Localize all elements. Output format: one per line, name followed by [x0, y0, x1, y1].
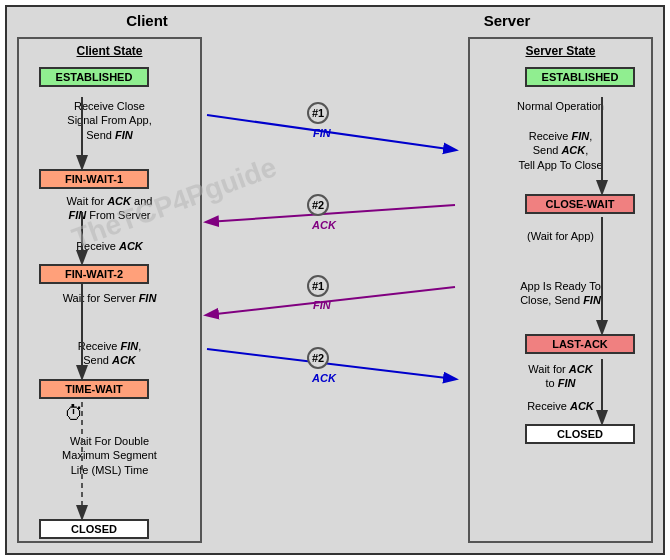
- state-established-server: ESTABLISHED: [525, 67, 635, 87]
- label-fin-1: FIN: [313, 127, 331, 139]
- desc-receive-close: Receive CloseSignal From App,Send FIN: [19, 99, 200, 142]
- state-closed-client: CLOSED: [39, 519, 149, 539]
- desc-receive-ack-client: Receive ACK: [19, 239, 200, 253]
- svg-line-8: [207, 115, 455, 150]
- diagram-container: Client Server Client State ESTABLISHED F…: [5, 5, 665, 555]
- state-time-wait: TIME-WAIT: [39, 379, 149, 399]
- client-panel: Client State ESTABLISHED FIN-WAIT-1 FIN-…: [17, 37, 202, 543]
- state-closed-server: CLOSED: [525, 424, 635, 444]
- state-close-wait: CLOSE-WAIT: [525, 194, 635, 214]
- server-panel: Server State ESTABLISHED CLOSE-WAIT LAST…: [468, 37, 653, 543]
- num-circle-1-fin: #1: [307, 102, 329, 124]
- client-header: Client: [87, 12, 207, 29]
- desc-wait-for-app: (Wait for App): [470, 229, 651, 243]
- state-established-client: ESTABLISHED: [39, 67, 149, 87]
- desc-receive-ack-server: Receive ACK: [470, 399, 651, 413]
- desc-wait-server-fin: Wait for Server FIN: [19, 291, 200, 305]
- client-state-label: Client State: [19, 44, 200, 58]
- state-fin-wait-2: FIN-WAIT-2: [39, 264, 149, 284]
- desc-wait-msl: Wait For DoubleMaximum SegmentLife (MSL)…: [19, 434, 200, 477]
- num-circle-1-fin-2: #1: [307, 275, 329, 297]
- server-header: Server: [447, 12, 567, 29]
- num-circle-2-ack-2: #2: [307, 347, 329, 369]
- state-fin-wait-1: FIN-WAIT-1: [39, 169, 149, 189]
- label-ack-1: ACK: [312, 219, 336, 231]
- desc-receive-fin-send-ack: Receive FIN,Send ACK: [19, 339, 200, 368]
- desc-receive-fin-server: Receive FIN,Send ACK,Tell App To Close: [470, 129, 651, 172]
- svg-line-10: [207, 287, 455, 315]
- label-ack-2: ACK: [312, 372, 336, 384]
- state-last-ack: LAST-ACK: [525, 334, 635, 354]
- desc-app-ready: App Is Ready ToClose, Send FIN: [470, 279, 651, 308]
- desc-normal-op: Normal Operation: [470, 99, 651, 113]
- desc-wait-ack-fin: Wait for ACK andFIN From Server: [19, 194, 200, 223]
- desc-wait-ack-to-fin: Wait for ACKto FIN: [470, 362, 651, 391]
- label-fin-2: FIN: [313, 299, 331, 311]
- clock-icon: ⏱: [64, 402, 84, 425]
- num-circle-2-ack: #2: [307, 194, 329, 216]
- server-state-label: Server State: [470, 44, 651, 58]
